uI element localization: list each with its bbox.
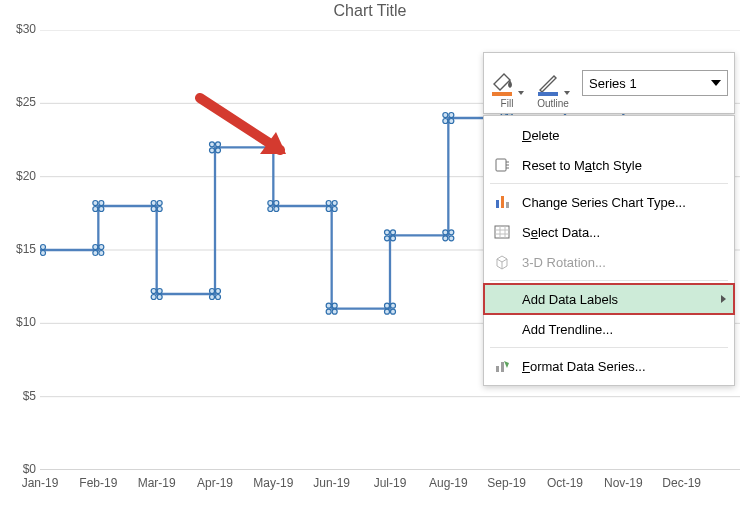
chevron-down-icon bbox=[711, 80, 721, 86]
series-select-value: Series 1 bbox=[589, 76, 637, 91]
svg-point-60 bbox=[326, 201, 331, 206]
svg-point-68 bbox=[385, 303, 390, 308]
svg-point-32 bbox=[151, 289, 156, 294]
chevron-down-icon bbox=[518, 91, 524, 95]
svg-rect-118 bbox=[495, 226, 509, 238]
svg-point-37 bbox=[157, 201, 162, 206]
svg-point-34 bbox=[151, 295, 156, 300]
table-icon bbox=[492, 222, 512, 242]
x-tick-label: Jul-19 bbox=[374, 476, 407, 490]
menu-item-format_series[interactable]: Format Data Series... bbox=[484, 351, 734, 381]
y-tick-label: $15 bbox=[2, 242, 36, 256]
outline-dropdown[interactable]: Outline bbox=[530, 53, 576, 113]
svg-point-49 bbox=[274, 201, 279, 206]
svg-point-30 bbox=[93, 251, 98, 256]
svg-point-39 bbox=[157, 207, 162, 212]
svg-point-33 bbox=[157, 289, 162, 294]
y-tick-label: $20 bbox=[2, 169, 36, 183]
chart-title: Chart Title bbox=[0, 2, 740, 20]
svg-point-38 bbox=[151, 207, 156, 212]
svg-point-66 bbox=[385, 236, 390, 241]
bars-icon bbox=[492, 192, 512, 212]
menu-item-label: Add Trendline... bbox=[522, 322, 613, 337]
svg-point-76 bbox=[443, 230, 448, 235]
submenu-caret-icon bbox=[721, 295, 726, 303]
menu-item-reset[interactable]: Reset to Match Style bbox=[484, 150, 734, 180]
menu-item-rot3d: 3-D Rotation... bbox=[484, 247, 734, 277]
svg-point-31 bbox=[99, 251, 104, 256]
svg-marker-113 bbox=[494, 74, 510, 90]
outline-accent-swatch bbox=[538, 92, 558, 96]
menu-separator bbox=[490, 347, 728, 348]
menu-item-label: Format Data Series... bbox=[522, 359, 646, 374]
menu-item-label: 3-D Rotation... bbox=[522, 255, 606, 270]
svg-point-53 bbox=[274, 142, 279, 147]
svg-rect-116 bbox=[501, 196, 504, 208]
x-tick-label: Nov-19 bbox=[604, 476, 643, 490]
svg-point-56 bbox=[326, 303, 331, 308]
svg-point-55 bbox=[274, 148, 279, 153]
svg-point-79 bbox=[449, 236, 454, 241]
y-tick-label: $25 bbox=[2, 95, 36, 109]
svg-point-58 bbox=[326, 309, 331, 314]
svg-rect-114 bbox=[496, 159, 506, 171]
x-tick-label: Apr-19 bbox=[197, 476, 233, 490]
mini-format-toolbar: Fill Outline Series 1 bbox=[483, 52, 735, 114]
menu-item-add_labels[interactable]: Add Data Labels bbox=[484, 284, 734, 314]
svg-point-43 bbox=[216, 148, 221, 153]
menu-item-label: Add Data Labels bbox=[522, 292, 618, 307]
svg-point-29 bbox=[99, 245, 104, 250]
x-tick-label: Jun-19 bbox=[313, 476, 350, 490]
svg-rect-117 bbox=[506, 202, 509, 208]
svg-rect-115 bbox=[496, 200, 499, 208]
svg-point-64 bbox=[385, 230, 390, 235]
cube-icon bbox=[492, 252, 512, 272]
svg-point-40 bbox=[210, 142, 215, 147]
svg-rect-119 bbox=[496, 366, 499, 372]
svg-point-23 bbox=[41, 251, 46, 256]
x-tick-label: Sep-19 bbox=[487, 476, 526, 490]
x-tick-label: Aug-19 bbox=[429, 476, 468, 490]
series-select-dropdown[interactable]: Series 1 bbox=[582, 70, 728, 96]
svg-point-45 bbox=[216, 289, 221, 294]
context-menu: DeleteReset to Match StyleChange Series … bbox=[483, 115, 735, 386]
menu-item-delete[interactable]: Delete bbox=[484, 120, 734, 150]
menu-item-select_data[interactable]: Select Data... bbox=[484, 217, 734, 247]
blank-icon bbox=[492, 125, 512, 145]
svg-point-26 bbox=[93, 207, 98, 212]
pen-icon bbox=[536, 70, 560, 98]
svg-point-44 bbox=[210, 289, 215, 294]
svg-point-75 bbox=[449, 119, 454, 124]
x-tick-label: Mar-19 bbox=[138, 476, 176, 490]
svg-point-71 bbox=[391, 309, 396, 314]
fill-dropdown[interactable]: Fill bbox=[484, 53, 530, 113]
svg-point-69 bbox=[391, 303, 396, 308]
svg-point-67 bbox=[391, 236, 396, 241]
svg-point-35 bbox=[157, 295, 162, 300]
y-tick-label: $5 bbox=[2, 389, 36, 403]
y-tick-label: $0 bbox=[2, 462, 36, 476]
x-tick-label: Dec-19 bbox=[662, 476, 701, 490]
svg-point-70 bbox=[385, 309, 390, 314]
svg-point-59 bbox=[332, 309, 337, 314]
svg-point-57 bbox=[332, 303, 337, 308]
menu-item-change_type[interactable]: Change Series Chart Type... bbox=[484, 187, 734, 217]
x-tick-label: May-19 bbox=[253, 476, 293, 490]
blank-icon bbox=[492, 289, 512, 309]
svg-point-28 bbox=[93, 245, 98, 250]
svg-point-21 bbox=[41, 245, 46, 250]
fill-accent-swatch bbox=[492, 92, 512, 96]
svg-point-77 bbox=[449, 230, 454, 235]
menu-separator bbox=[490, 280, 728, 281]
x-tick-label: Oct-19 bbox=[547, 476, 583, 490]
y-tick-label: $30 bbox=[2, 22, 36, 36]
svg-marker-112 bbox=[260, 132, 286, 154]
y-tick-label: $10 bbox=[2, 315, 36, 329]
svg-point-65 bbox=[391, 230, 396, 235]
blank-icon bbox=[492, 319, 512, 339]
annotation-arrow bbox=[190, 90, 300, 170]
menu-item-add_trendline[interactable]: Add Trendline... bbox=[484, 314, 734, 344]
svg-point-46 bbox=[210, 295, 215, 300]
svg-point-78 bbox=[443, 236, 448, 241]
svg-point-42 bbox=[210, 148, 215, 153]
